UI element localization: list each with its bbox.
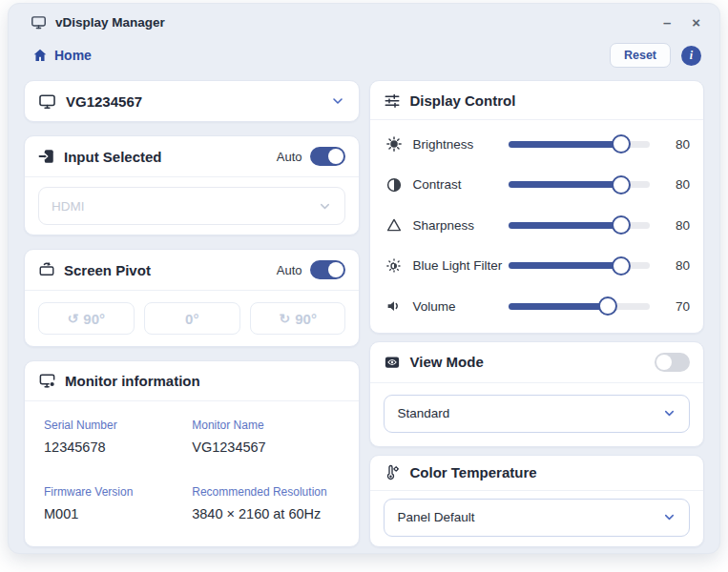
slider-handle[interactable] bbox=[612, 256, 631, 276]
slider-value: 80 bbox=[665, 137, 690, 152]
info-field-label: Monitor Name bbox=[192, 419, 340, 432]
slider-row-sharpness: Sharpness 80 bbox=[384, 205, 690, 246]
monitor-info-icon bbox=[38, 372, 56, 390]
input-source-dropdown[interactable]: HDMI bbox=[38, 187, 345, 225]
input-selected-card: Input Selected Auto HDMI bbox=[24, 135, 360, 235]
info-field-value: 3840 × 2160 at 60Hz bbox=[192, 506, 340, 521]
chevron-down-icon bbox=[662, 510, 676, 524]
color-temperature-dropdown[interactable]: Panel Default bbox=[384, 499, 690, 537]
rotate-0-label: 0° bbox=[185, 311, 198, 327]
sliders-icon bbox=[384, 92, 401, 109]
home-nav[interactable]: Home bbox=[32, 48, 92, 63]
volume-slider[interactable] bbox=[509, 303, 650, 310]
blue-light-filter-slider[interactable] bbox=[509, 262, 650, 269]
close-icon[interactable]: × bbox=[692, 15, 700, 30]
slider-label: Contrast bbox=[412, 177, 509, 192]
pivot-auto-label: Auto bbox=[277, 263, 302, 277]
app-monitor-icon bbox=[31, 14, 47, 31]
view-mode-icon bbox=[384, 354, 401, 371]
screen-pivot-card: Screen Pivot Auto ↺ 90° 0° ↻ 90° bbox=[24, 249, 360, 347]
color-temperature-value: Panel Default bbox=[397, 510, 474, 524]
view-mode-header: View Mode bbox=[370, 342, 703, 383]
view-mode-value: Standard bbox=[397, 406, 449, 420]
info-field-recommended-resolution: Recommended Resolution 3840 × 2160 at 60… bbox=[192, 485, 340, 521]
color-temperature-card: Color Temperature Panel Default bbox=[369, 455, 704, 547]
info-field-serial-number: Serial Number 12345678 bbox=[44, 419, 192, 455]
pivot-auto-toggle[interactable] bbox=[310, 260, 345, 279]
monitor-icon bbox=[38, 92, 56, 111]
chevron-down-icon bbox=[330, 93, 345, 109]
display-control-header: Display Control bbox=[370, 81, 703, 120]
slider-row-contrast: Contrast 80 bbox=[384, 165, 690, 206]
color-temperature-header: Color Temperature bbox=[370, 456, 703, 491]
monitor-information-header: Monitor information bbox=[25, 361, 359, 401]
info-field-value: 12345678 bbox=[44, 439, 192, 455]
slider-handle[interactable] bbox=[598, 296, 617, 316]
info-field-label: Recommended Resolution bbox=[192, 485, 340, 499]
contrast-slider[interactable] bbox=[509, 181, 650, 188]
view-mode-dropdown[interactable]: Standard bbox=[384, 395, 690, 433]
monitor-information-title: Monitor information bbox=[65, 373, 200, 389]
display-control-card: Display Control Brightness bbox=[369, 80, 704, 334]
blue-light-filter-icon bbox=[384, 257, 404, 275]
slider-handle[interactable] bbox=[612, 175, 631, 194]
info-field-label: Serial Number bbox=[44, 419, 192, 432]
slider-row-brightness: Brightness 80 bbox=[384, 124, 690, 165]
info-field-value: VG1234567 bbox=[192, 439, 340, 455]
color-temperature-icon bbox=[384, 464, 401, 481]
input-auto-toggle[interactable] bbox=[310, 147, 345, 166]
view-mode-title: View Mode bbox=[409, 354, 483, 370]
rotate-ccw-icon: ↺ bbox=[68, 311, 79, 326]
brightness-icon bbox=[384, 135, 404, 153]
display-control-title: Display Control bbox=[409, 92, 515, 109]
app-title: vDisplay Manager bbox=[55, 15, 165, 30]
info-field-value: M001 bbox=[44, 506, 192, 521]
screen-pivot-icon bbox=[38, 261, 55, 278]
input-selected-header: Input Selected Auto bbox=[25, 136, 359, 177]
rotate-cw-label: 90° bbox=[295, 311, 317, 327]
view-mode-card: View Mode Standard bbox=[369, 341, 704, 447]
input-auto-label: Auto bbox=[277, 150, 302, 164]
title-bar: vDisplay Manager – × bbox=[9, 4, 719, 31]
info-field-firmware-version: Firmware Version M001 bbox=[44, 485, 192, 521]
chevron-down-icon bbox=[318, 199, 332, 214]
view-mode-toggle[interactable] bbox=[655, 353, 690, 372]
slider-label: Brightness bbox=[412, 137, 509, 152]
slider-handle[interactable] bbox=[612, 134, 631, 153]
rotate-0-button[interactable]: 0° bbox=[144, 302, 240, 335]
home-label: Home bbox=[54, 48, 92, 63]
toolbar: Home Reset i bbox=[9, 31, 719, 68]
contrast-icon bbox=[384, 176, 404, 194]
slider-value: 80 bbox=[665, 177, 690, 192]
slider-value: 80 bbox=[665, 218, 690, 233]
rotate-cw-90-button[interactable]: ↻ 90° bbox=[250, 302, 346, 335]
screen-pivot-header: Screen Pivot Auto bbox=[25, 250, 359, 291]
rotate-ccw-label: 90° bbox=[83, 311, 105, 327]
slider-row-blue-light-filter: Blue Light Filter 80 bbox=[384, 246, 690, 287]
home-icon bbox=[32, 48, 48, 63]
screen-pivot-title: Screen Pivot bbox=[64, 262, 151, 278]
app-window: vDisplay Manager – × Home Reset i bbox=[8, 3, 720, 554]
rotate-cw-icon: ↻ bbox=[279, 311, 290, 326]
slider-value: 80 bbox=[665, 258, 690, 273]
rotate-ccw-90-button[interactable]: ↺ 90° bbox=[38, 302, 135, 335]
monitor-selector-dropdown[interactable]: VG1234567 bbox=[24, 80, 360, 122]
minimize-icon[interactable]: – bbox=[663, 15, 671, 30]
info-field-monitor-name: Monitor Name VG1234567 bbox=[192, 419, 340, 455]
slider-label: Volume bbox=[412, 299, 509, 314]
monitor-information-card: Monitor information Serial Number 123456… bbox=[24, 360, 360, 547]
reset-button[interactable]: Reset bbox=[610, 43, 671, 68]
monitor-selector-value: VG1234567 bbox=[66, 93, 142, 110]
slider-handle[interactable] bbox=[612, 215, 631, 235]
volume-icon bbox=[384, 297, 404, 315]
sharpness-slider[interactable] bbox=[509, 222, 650, 229]
info-field-label: Firmware Version bbox=[44, 485, 192, 499]
info-icon[interactable]: i bbox=[681, 46, 701, 66]
chevron-down-icon bbox=[662, 406, 676, 420]
slider-value: 70 bbox=[665, 299, 690, 314]
slider-label: Sharpness bbox=[412, 218, 509, 233]
slider-label: Blue Light Filter bbox=[412, 258, 509, 273]
brightness-slider[interactable] bbox=[509, 141, 650, 148]
color-temperature-title: Color Temperature bbox=[409, 464, 536, 480]
slider-row-volume: Volume 70 bbox=[384, 286, 690, 327]
